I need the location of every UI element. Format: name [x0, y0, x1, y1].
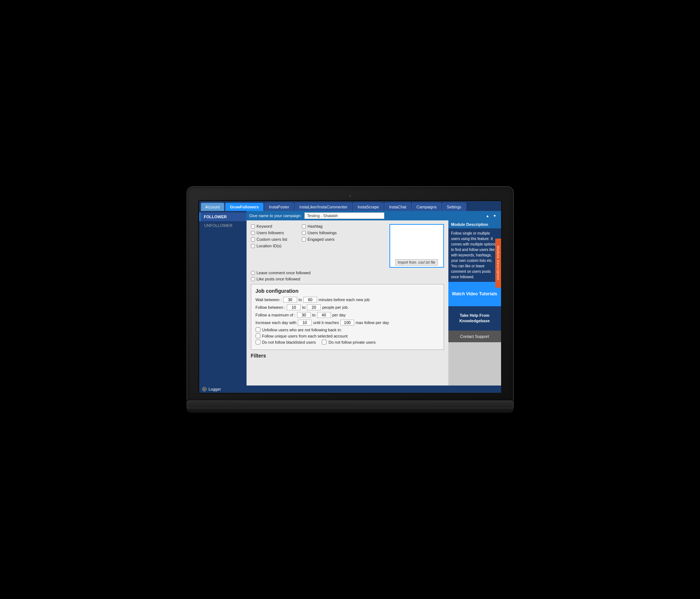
engaged-label: Engaged users: [308, 237, 335, 241]
right-panel: Module Description Follow single or mult…: [448, 220, 501, 342]
custom-users-option: Custom users list: [251, 237, 287, 241]
engaged-checkbox[interactable]: [302, 237, 306, 241]
increase-val-input[interactable]: [298, 320, 312, 326]
custom-users-checkbox[interactable]: [251, 237, 255, 241]
logger-bar: i Logger: [199, 386, 501, 393]
follow-between-label: Follow between :: [256, 305, 286, 310]
scroll-up-btn[interactable]: ▲: [484, 213, 491, 219]
like-posts-option: Like posts once followed: [251, 277, 444, 281]
users-followers-checkbox[interactable]: [251, 231, 255, 235]
laptop-foot: [187, 408, 514, 413]
location-checkbox[interactable]: [251, 244, 255, 248]
follow-max-from-input[interactable]: [297, 312, 311, 318]
custom-users-label: Custom users list: [257, 237, 287, 241]
follow-options: Leave comment once followed Like posts o…: [251, 271, 444, 281]
unique-users-option: Follow unique users from each selected a…: [256, 334, 439, 338]
unfollow-option: Unfollow users who are not following bac…: [256, 327, 439, 332]
module-desc-text: Follow single or multiple users using th…: [448, 228, 501, 282]
app-container: Account GrowFollowers InstaPoster InstaL…: [199, 201, 501, 393]
tab-settings[interactable]: Settings: [442, 203, 466, 211]
source-col1: Keyword Users followers: [251, 224, 287, 248]
hashtag-option: Hashtag: [302, 224, 337, 228]
source-col2: Hashtag Users followings: [302, 224, 337, 248]
leave-comment-checkbox[interactable]: [251, 271, 255, 275]
module-desc-header: Module Description: [448, 220, 501, 228]
help-knowledgebase-button[interactable]: Take Help From Knowledgebase: [448, 307, 501, 330]
unfollow-checkbox[interactable]: [256, 327, 260, 332]
tab-bar: Account GrowFollowers InstaPoster InstaL…: [199, 201, 501, 211]
location-option: Location ID(s): [251, 244, 287, 248]
tab-growfollowers[interactable]: GrowFollowers: [225, 203, 263, 211]
job-config-box: Job configuration Wait between : to minu…: [251, 284, 444, 350]
follow-to-input[interactable]: [307, 304, 321, 310]
follow-between-row: Follow between : to people per job.: [256, 304, 439, 310]
tab-campaigns[interactable]: Campaigns: [412, 203, 441, 211]
no-private-checkbox[interactable]: [322, 340, 327, 344]
main-content: FOLLOWER UNFOLLOWER Give name to your ca…: [199, 211, 501, 386]
tab-account[interactable]: Account: [201, 203, 225, 211]
sidebar: FOLLOWER UNFOLLOWER: [199, 211, 247, 386]
module-desc-tab[interactable]: Module Description: [495, 239, 501, 288]
keyword-label: Keyword: [257, 224, 272, 228]
tab-instaposter[interactable]: InstaPoster: [264, 203, 294, 211]
increase-max-input[interactable]: [340, 320, 354, 326]
follow-max-suffix: per day: [332, 313, 346, 317]
keyword-checkbox[interactable]: [251, 224, 255, 228]
tab-instachat[interactable]: InstaChat: [384, 203, 411, 211]
like-posts-checkbox[interactable]: [251, 277, 255, 281]
increase-suffix: max follow per day: [356, 320, 389, 325]
sidebar-item-follower[interactable]: FOLLOWER: [199, 212, 247, 221]
wait-between-label: Wait between :: [256, 297, 282, 302]
leave-comment-label: Leave comment once followed: [257, 271, 311, 275]
laptop-base: [187, 401, 514, 408]
no-blacklist-option: Do not follow blacklisted users Do not f…: [256, 340, 439, 344]
scroll-down-btn[interactable]: ▼: [492, 213, 498, 219]
leave-comment-option: Leave comment once followed: [251, 271, 444, 275]
tab-instascrape[interactable]: InstaScrape: [353, 203, 384, 211]
no-blacklist-checkbox[interactable]: [256, 340, 260, 344]
follow-max-to-input[interactable]: [317, 312, 331, 318]
increase-row: Increase each day with until it reaches …: [256, 320, 439, 326]
users-followers-label: Users followers: [257, 231, 284, 235]
wait-to-input[interactable]: [303, 297, 317, 303]
wait-between-row: Wait between : to minutes before each ne…: [256, 297, 439, 303]
tab-instaliker[interactable]: InstaLiker/InstaCommenter: [295, 203, 352, 211]
logger-icon: i: [202, 387, 207, 391]
camera-dot: [349, 195, 351, 197]
hashtag-checkbox[interactable]: [302, 224, 306, 228]
wait-from-input[interactable]: [283, 297, 297, 303]
users-followings-checkbox[interactable]: [302, 231, 306, 235]
unique-users-checkbox[interactable]: [256, 334, 260, 338]
location-label: Location ID(s): [257, 244, 281, 248]
right-panel-buttons: Watch Video Tutorials Take Help From Kno…: [448, 282, 501, 342]
users-followings-label: Users followings: [308, 231, 337, 235]
sources-section: Keyword Users followers: [251, 224, 444, 268]
filters-title: Filters: [251, 353, 444, 359]
follow-from-input[interactable]: [287, 304, 301, 310]
job-config-title: Job configuration: [256, 288, 439, 294]
wait-suffix: minutes before each new job: [319, 297, 370, 302]
logger-label: Logger: [209, 387, 221, 391]
follow-max-label: Follow a maximum of :: [256, 313, 296, 317]
unique-users-label: Follow unique users from each selected a…: [262, 334, 348, 338]
users-followings-option: Users followings: [302, 231, 337, 235]
right-panel-wrapper: Module Description Follow single or mult…: [448, 220, 501, 386]
keyword-option: Keyword: [251, 224, 287, 228]
form-area: Keyword Users followers: [247, 220, 448, 386]
import-button[interactable]: Import from .csv/.txt file: [395, 259, 438, 265]
campaign-header: Give name to your campaign: ▲ ▼: [247, 211, 501, 220]
no-private-label: Do not follow private users: [328, 340, 376, 344]
campaign-name-input[interactable]: [304, 212, 384, 219]
follow-max-row: Follow a maximum of : to per day: [256, 312, 439, 318]
follow-suffix: people per job.: [322, 305, 349, 310]
import-area: Import from .csv/.txt file: [389, 224, 444, 268]
unfollow-label: Unfollow users who are not following bac…: [262, 328, 342, 332]
contact-support-button[interactable]: Contact Support: [448, 331, 501, 342]
campaign-label: Give name to your campaign:: [249, 213, 302, 218]
engaged-option: Engaged users: [302, 237, 337, 241]
users-followers-option: Users followers: [251, 231, 287, 235]
increase-label: Increase each day with: [256, 320, 297, 325]
sidebar-item-unfollower[interactable]: UNFOLLOWER: [199, 221, 247, 230]
increase-reaches: until it reaches: [313, 320, 339, 325]
watch-tutorials-button[interactable]: Watch Video Tutorials: [448, 282, 501, 306]
